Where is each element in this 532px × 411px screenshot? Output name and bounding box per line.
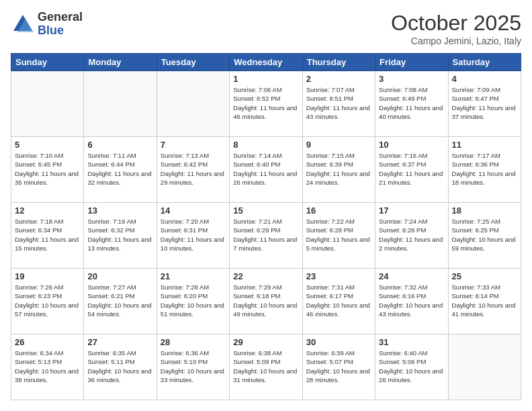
calendar-cell: 16Sunrise: 7:22 AM Sunset: 6:28 PM Dayli… <box>302 203 375 269</box>
day-number: 17 <box>379 205 444 216</box>
calendar-cell: 18Sunrise: 7:25 AM Sunset: 6:25 PM Dayli… <box>448 203 521 269</box>
day-number: 26 <box>15 337 80 347</box>
calendar-cell: 14Sunrise: 7:20 AM Sunset: 6:31 PM Dayli… <box>157 203 229 269</box>
day-number: 2 <box>306 74 371 84</box>
day-info: Sunrise: 7:14 AM Sunset: 6:40 PM Dayligh… <box>233 151 298 187</box>
day-number: 31 <box>379 337 444 347</box>
col-wednesday: Wednesday <box>230 54 302 71</box>
calendar-table: Sunday Monday Tuesday Wednesday Thursday… <box>11 53 521 400</box>
calendar-cell: 1Sunrise: 7:06 AM Sunset: 6:52 PM Daylig… <box>230 71 302 137</box>
calendar-cell: 22Sunrise: 7:29 AM Sunset: 6:18 PM Dayli… <box>230 269 302 334</box>
calendar-cell: 3Sunrise: 7:08 AM Sunset: 6:49 PM Daylig… <box>375 71 448 137</box>
calendar-cell: 8Sunrise: 7:14 AM Sunset: 6:40 PM Daylig… <box>230 137 302 203</box>
day-number: 14 <box>161 205 226 216</box>
day-info: Sunrise: 7:11 AM Sunset: 6:44 PM Dayligh… <box>87 151 152 187</box>
calendar-cell: 5Sunrise: 7:10 AM Sunset: 6:45 PM Daylig… <box>11 137 84 203</box>
day-number: 23 <box>306 271 371 281</box>
day-info: Sunrise: 7:09 AM Sunset: 6:47 PM Dayligh… <box>452 85 517 121</box>
logo-icon <box>11 12 35 36</box>
page: General Blue October 2025 Campo Jemini, … <box>0 0 532 411</box>
calendar-cell <box>11 71 84 137</box>
day-number: 1 <box>233 74 298 84</box>
day-number: 13 <box>87 205 152 216</box>
day-info: Sunrise: 6:40 AM Sunset: 5:06 PM Dayligh… <box>379 349 444 384</box>
calendar-cell: 11Sunrise: 7:17 AM Sunset: 6:36 PM Dayli… <box>448 137 521 203</box>
calendar-cell: 12Sunrise: 7:18 AM Sunset: 6:34 PM Dayli… <box>11 203 84 269</box>
calendar-week-row: 19Sunrise: 7:26 AM Sunset: 6:23 PM Dayli… <box>11 269 521 334</box>
calendar-cell: 2Sunrise: 7:07 AM Sunset: 6:51 PM Daylig… <box>302 71 375 137</box>
calendar-week-row: 5Sunrise: 7:10 AM Sunset: 6:45 PM Daylig… <box>11 137 521 203</box>
day-info: Sunrise: 6:39 AM Sunset: 5:07 PM Dayligh… <box>306 349 371 384</box>
day-number: 11 <box>452 140 517 150</box>
day-number: 28 <box>161 337 226 347</box>
day-info: Sunrise: 7:21 AM Sunset: 6:29 PM Dayligh… <box>233 217 298 253</box>
calendar-cell: 19Sunrise: 7:26 AM Sunset: 6:23 PM Dayli… <box>11 269 84 334</box>
day-info: Sunrise: 6:34 AM Sunset: 5:13 PM Dayligh… <box>15 349 80 384</box>
col-tuesday: Tuesday <box>157 54 229 71</box>
calendar-week-row: 1Sunrise: 7:06 AM Sunset: 6:52 PM Daylig… <box>11 71 521 137</box>
col-friday: Friday <box>375 54 448 71</box>
calendar-week-row: 12Sunrise: 7:18 AM Sunset: 6:34 PM Dayli… <box>11 203 521 269</box>
logo-general-text: General <box>38 11 83 24</box>
calendar-cell: 30Sunrise: 6:39 AM Sunset: 5:07 PM Dayli… <box>302 334 375 400</box>
day-info: Sunrise: 7:07 AM Sunset: 6:51 PM Dayligh… <box>306 85 371 121</box>
day-info: Sunrise: 6:38 AM Sunset: 5:09 PM Dayligh… <box>233 349 298 384</box>
day-number: 29 <box>233 337 298 347</box>
day-info: Sunrise: 7:32 AM Sunset: 6:16 PM Dayligh… <box>379 283 444 318</box>
logo: General Blue <box>11 11 83 38</box>
day-info: Sunrise: 7:31 AM Sunset: 6:17 PM Dayligh… <box>306 283 371 318</box>
day-info: Sunrise: 7:28 AM Sunset: 6:20 PM Dayligh… <box>161 283 226 318</box>
col-sunday: Sunday <box>11 54 84 71</box>
calendar-cell: 31Sunrise: 6:40 AM Sunset: 5:06 PM Dayli… <box>375 334 448 400</box>
calendar-cell: 29Sunrise: 6:38 AM Sunset: 5:09 PM Dayli… <box>230 334 302 400</box>
day-number: 20 <box>87 271 152 281</box>
calendar-cell: 23Sunrise: 7:31 AM Sunset: 6:17 PM Dayli… <box>302 269 375 334</box>
day-info: Sunrise: 7:24 AM Sunset: 6:26 PM Dayligh… <box>379 217 444 253</box>
day-info: Sunrise: 7:08 AM Sunset: 6:49 PM Dayligh… <box>379 85 444 121</box>
day-info: Sunrise: 7:17 AM Sunset: 6:36 PM Dayligh… <box>452 151 517 187</box>
day-number: 3 <box>379 74 444 84</box>
day-number: 27 <box>87 337 152 347</box>
title-block: October 2025 Campo Jemini, Lazio, Italy <box>391 11 521 46</box>
calendar-cell: 21Sunrise: 7:28 AM Sunset: 6:20 PM Dayli… <box>157 269 229 334</box>
day-info: Sunrise: 7:26 AM Sunset: 6:23 PM Dayligh… <box>15 283 80 318</box>
day-number: 19 <box>15 271 80 281</box>
calendar-cell: 4Sunrise: 7:09 AM Sunset: 6:47 PM Daylig… <box>448 71 521 137</box>
calendar-cell: 20Sunrise: 7:27 AM Sunset: 6:21 PM Dayli… <box>84 269 157 334</box>
calendar-cell: 13Sunrise: 7:19 AM Sunset: 6:32 PM Dayli… <box>84 203 157 269</box>
calendar-cell: 26Sunrise: 6:34 AM Sunset: 5:13 PM Dayli… <box>11 334 84 400</box>
day-number: 15 <box>233 205 298 216</box>
day-info: Sunrise: 7:27 AM Sunset: 6:21 PM Dayligh… <box>87 283 152 318</box>
calendar-cell: 6Sunrise: 7:11 AM Sunset: 6:44 PM Daylig… <box>84 137 157 203</box>
day-info: Sunrise: 7:29 AM Sunset: 6:18 PM Dayligh… <box>233 283 298 318</box>
day-number: 24 <box>379 271 444 281</box>
day-info: Sunrise: 7:33 AM Sunset: 6:14 PM Dayligh… <box>452 283 517 318</box>
day-number: 8 <box>233 140 298 150</box>
day-info: Sunrise: 7:20 AM Sunset: 6:31 PM Dayligh… <box>161 217 226 253</box>
header: General Blue October 2025 Campo Jemini, … <box>11 11 521 46</box>
logo-blue-text: Blue <box>38 24 83 38</box>
calendar-cell: 24Sunrise: 7:32 AM Sunset: 6:16 PM Dayli… <box>375 269 448 334</box>
day-number: 21 <box>161 271 226 281</box>
day-number: 5 <box>15 140 80 150</box>
col-thursday: Thursday <box>302 54 375 71</box>
day-number: 12 <box>15 205 80 216</box>
calendar-cell: 17Sunrise: 7:24 AM Sunset: 6:26 PM Dayli… <box>375 203 448 269</box>
day-info: Sunrise: 7:19 AM Sunset: 6:32 PM Dayligh… <box>87 217 152 253</box>
calendar-cell <box>448 334 521 400</box>
calendar-week-row: 26Sunrise: 6:34 AM Sunset: 5:13 PM Dayli… <box>11 334 521 400</box>
day-info: Sunrise: 7:10 AM Sunset: 6:45 PM Dayligh… <box>15 151 80 187</box>
calendar-cell: 27Sunrise: 6:35 AM Sunset: 5:11 PM Dayli… <box>84 334 157 400</box>
calendar-cell: 25Sunrise: 7:33 AM Sunset: 6:14 PM Dayli… <box>448 269 521 334</box>
day-number: 25 <box>452 271 517 281</box>
calendar-cell: 10Sunrise: 7:16 AM Sunset: 6:37 PM Dayli… <box>375 137 448 203</box>
day-info: Sunrise: 7:25 AM Sunset: 6:25 PM Dayligh… <box>452 217 517 253</box>
calendar-cell <box>157 71 229 137</box>
day-number: 9 <box>306 140 371 150</box>
location: Campo Jemini, Lazio, Italy <box>391 36 521 46</box>
day-number: 16 <box>306 205 371 216</box>
day-number: 22 <box>233 271 298 281</box>
calendar-cell: 28Sunrise: 6:36 AM Sunset: 5:10 PM Dayli… <box>157 334 229 400</box>
day-info: Sunrise: 6:35 AM Sunset: 5:11 PM Dayligh… <box>87 349 152 384</box>
calendar-cell: 15Sunrise: 7:21 AM Sunset: 6:29 PM Dayli… <box>230 203 302 269</box>
